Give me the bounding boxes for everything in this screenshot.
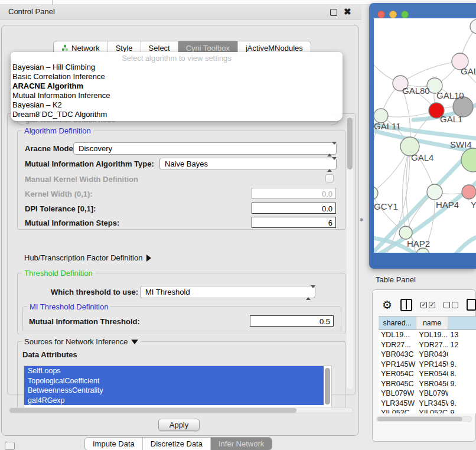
close-traffic-light[interactable] [377,11,385,18]
manual-kernel-label: Manual Kernel Width Definition [25,175,138,184]
aracne-mode-combobox[interactable]: Discovery [73,142,337,155]
kernel-width-input[interactable]: 0.0 [252,188,336,199]
node-label-pink-node: Y [471,200,476,210]
expander-expanded-icon [131,340,138,344]
tab-discretize-data[interactable]: Discretize Data [143,438,211,450]
dropdown-item-dream8-dc-tdc-algorithm[interactable]: Dream8 DC_TDC Algorithm [11,110,343,119]
table-row[interactable]: YDL19...YDL19...13 [379,330,476,340]
dropdown-placeholder: Select algorithm to view settings [11,52,343,63]
hub-definition-expander[interactable]: Hub/Transcription Factor Definition [24,253,151,262]
dropdown-item-aracne-algorithm[interactable]: ARACNE Algorithm [11,81,343,91]
table-row[interactable]: YDR27...YDR27...12 [379,340,476,350]
table-cell: 9. [448,360,476,370]
combobox-stepper-icon [327,160,332,168]
minimize-traffic-light[interactable] [389,11,397,18]
apply-button[interactable]: Apply [158,419,200,431]
data-attributes-list[interactable]: SelfLoopsTopologicalCoefficientBetweenne… [24,366,332,408]
control-panel-title: Control Panel [8,7,55,16]
close-icon[interactable]: ✖ [344,6,351,17]
deselect-all-checkboxes-icon[interactable] [444,302,458,308]
table-row[interactable]: YBR045CYBR045C9. [379,379,476,389]
table-cell: 9. [448,399,476,409]
table-cell: YER054C [416,369,448,379]
minimized-panel-icon[interactable] [5,442,15,450]
node-table: shared...name YDL19...YDL19...13YDR27...… [379,316,476,413]
tab-label: Impute Data [93,439,135,448]
node-node-bottom[interactable] [416,248,429,253]
mi-type-combobox[interactable]: Naive Bayes [159,158,337,170]
algorithm-definition-title: Algorithm Definition [22,126,93,135]
node-hap2[interactable] [399,226,412,239]
table-cell: YBL079W [416,389,448,399]
which-threshold-combobox[interactable]: MI Threshold [140,286,315,298]
tab-label: Network [71,44,100,53]
screen: Control Panel ✖ Inference Algorithm galF… [0,0,476,450]
settings-scrollbar[interactable] [347,116,353,389]
mi-type-label: Mutual Information Algorithm Type: [25,159,154,168]
table-body: YDL19...YDL19...13YDR27...YDR27...12YBR0… [379,330,476,413]
table-cell: 12 [448,340,476,350]
dropdown-item-mutual-information-inference[interactable]: Mutual Information Inference [11,91,343,100]
mi-threshold-title: MI Threshold Definition [27,302,110,311]
column-header-shared...[interactable]: shared... [379,317,416,330]
sources-title-row[interactable]: Sources for Network Inference [22,337,141,346]
table-row[interactable]: YPR145WYPR145W9. [379,360,476,370]
zoom-traffic-light[interactable] [401,11,409,18]
attribute-item-topologicalcoefficient[interactable]: TopologicalCoefficient [24,376,324,386]
table-cell [448,389,476,399]
node-label-hap2: HAP2 [407,239,430,249]
panel-splitter-handle[interactable]: ✱ [360,218,363,223]
mi-threshold-input[interactable]: 0.5 [250,315,334,327]
table-cell: 8. [448,369,476,379]
node-node-top[interactable] [470,19,476,34]
gear-icon[interactable]: ⚙ [382,298,392,312]
network-icon [61,44,69,51]
table-row[interactable]: YLR345WYLR345W9. [379,399,476,409]
cyni-algorithm-settings-group: Cyni Algorithm Settings Algorithm Defini… [7,113,356,394]
table-cell: YDR27... [379,340,416,350]
table-row[interactable]: YBR043CYBR043C [379,350,476,360]
which-threshold-label: Which threshold to use: [51,288,138,296]
node-hap4[interactable] [427,184,442,200]
mi-threshold-group: MI Threshold Definition Mutual Informati… [22,306,341,331]
dropdown-item-basic-correlation-inference[interactable]: Basic Correlation Inference [11,72,343,81]
tab-impute-data[interactable]: Impute Data [85,438,143,450]
attribute-item-betweennesscentrality[interactable]: BetweennessCentrality [24,386,324,396]
network-window: GALGAL80GAL10GAL1GAL11GAL4SWI4HAP4YGCY1H… [369,3,476,269]
dropdown-item-bayesian-hill-climbing[interactable]: Bayesian – Hill Climbing [11,63,343,72]
table-hscrollbar[interactable] [376,416,472,422]
select-all-checkboxes-icon[interactable]: ✓✓ [420,302,435,308]
page-icon[interactable] [467,299,476,311]
table-cell: YLR345W [416,399,448,409]
mi-steps-input[interactable]: 6 [252,217,336,228]
attribute-item-selfloops[interactable]: SelfLoops [24,366,324,376]
node-label-gal11: GAL11 [374,121,401,131]
dpi-tolerance-input[interactable]: 0.0 [252,203,336,214]
list-scrollbar[interactable] [325,368,330,405]
table-cell: YBL079W [379,389,416,399]
threshold-definition-title: Threshold Definition [22,269,95,278]
attribute-item-gal4rgexp[interactable]: gal4RGexp [24,396,324,406]
table-row[interactable]: YER054CYER054C8. [379,369,476,379]
column-header-name[interactable]: name [416,317,448,330]
node-label-swi4: SWI4 [450,139,472,149]
tab-label: Infer Network [219,439,264,448]
float-panel-icon[interactable] [330,9,337,16]
node-label-gcy1: GCY1 [374,201,398,211]
column-header-extra[interactable] [448,317,476,330]
dropdown-item-bayesian-k2[interactable]: Bayesian – K2 [11,100,343,110]
table-row[interactable]: YBL079WYBL079W [379,389,476,399]
table-row[interactable]: YIL052CYIL052C9. [379,408,476,413]
split-columns-icon[interactable] [400,299,412,311]
table-cell: YBR043C [416,350,448,360]
node-swi4[interactable] [461,148,476,172]
node-pink-node[interactable] [462,185,476,199]
tab-infer-network[interactable]: Infer Network [211,438,272,450]
table-cell: YPR145W [379,360,416,370]
table-cell: YBR045C [416,379,448,389]
settings-hscrollbar[interactable] [8,407,353,413]
manual-kernel-checkbox[interactable] [325,174,334,182]
cyni-mode-tabbar: Impute DataDiscretize DataInfer Network [84,437,272,450]
table-toolbar: ⚙ ✓✓ [377,295,476,315]
network-canvas[interactable]: GALGAL80GAL10GAL1GAL11GAL4SWI4HAP4YGCY1H… [374,18,476,253]
